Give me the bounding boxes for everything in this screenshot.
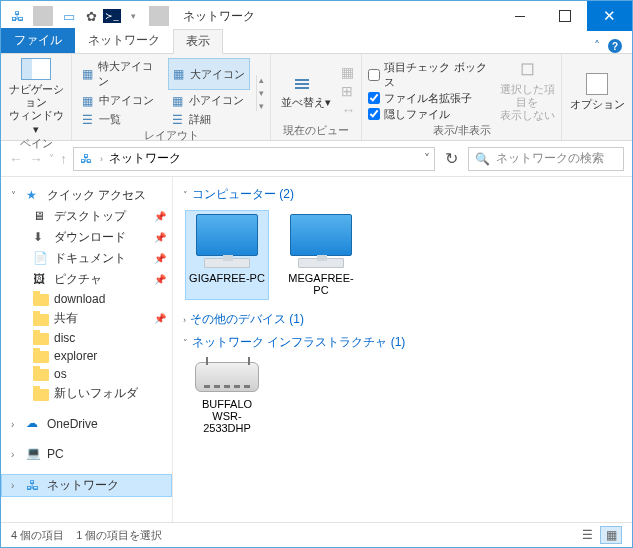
close-button[interactable]: ✕ — [587, 1, 632, 31]
router-icon — [195, 362, 259, 392]
status-selection: 1 個の項目を選択 — [76, 528, 162, 543]
status-bar: 4 個の項目 1 個の項目を選択 ☰ ▦ — [1, 522, 632, 547]
system-icon[interactable]: 🖧 — [7, 6, 27, 26]
qat-settings-icon[interactable]: ✿ — [81, 6, 101, 26]
hide-icon: ◻ — [520, 58, 535, 80]
window-title: ネットワーク — [173, 8, 497, 25]
navigation-pane-icon — [21, 58, 51, 80]
gallery-up-icon[interactable]: ▴ — [259, 75, 264, 85]
sidebar-onedrive[interactable]: ›OneDrive — [1, 414, 172, 434]
minimize-button[interactable] — [497, 1, 542, 31]
search-box[interactable]: 🔍 ネットワークの検索 — [468, 147, 624, 171]
sidebar-newfolder[interactable]: 新しいフォルダ — [1, 383, 172, 404]
sizecolumns-icon[interactable]: ↔ — [341, 102, 355, 118]
qat-dropdown-icon[interactable]: ▾ — [123, 6, 143, 26]
qat-desktop-icon[interactable]: ▭ — [59, 6, 79, 26]
ribbon-tabs: ファイル ネットワーク 表示 ˄ ? — [1, 31, 632, 54]
recent-dropdown-icon[interactable]: ˅ — [49, 151, 54, 167]
forward-button[interactable]: → — [29, 151, 43, 167]
pin-icon: 📌 — [154, 253, 166, 264]
group-computers-header[interactable]: ˅コンピューター (2) — [173, 183, 632, 206]
address-dropdown-icon[interactable]: ˅ — [424, 152, 430, 166]
options-button[interactable]: オプション — [568, 73, 626, 111]
hide-selected-button: ◻ 選択した項目を 表示しない — [499, 58, 555, 122]
sidebar-disc[interactable]: disc — [1, 329, 172, 347]
sort-icon — [295, 71, 317, 93]
view-large-button[interactable]: ▦ — [600, 526, 622, 544]
pin-icon: 📌 — [154, 313, 166, 324]
gallery-down-icon[interactable]: ▾ — [259, 88, 264, 98]
gallery-more-icon[interactable]: ▾ — [259, 101, 264, 111]
layout-details[interactable]: ☰詳細 — [168, 111, 250, 128]
check-extensions[interactable]: ファイル名拡張子 — [368, 91, 493, 106]
address-bar[interactable]: 🖧 › ネットワーク ˅ — [73, 147, 435, 171]
maximize-button[interactable] — [542, 1, 587, 31]
layout-large[interactable]: ▦大アイコン — [168, 58, 250, 90]
pin-icon: 📌 — [154, 211, 166, 222]
groupby-icon[interactable]: ▦ — [341, 64, 355, 80]
group-infra-header[interactable]: ˅ネットワーク インフラストラクチャ (1) — [173, 331, 632, 354]
tab-view[interactable]: 表示 — [173, 29, 223, 54]
sidebar-quick-access[interactable]: ˅クイック アクセス — [1, 185, 172, 206]
navigation-pane-button[interactable]: ナビゲーション ウィンドウ▾ — [7, 58, 65, 136]
pin-icon: 📌 — [154, 232, 166, 243]
sidebar-pictures[interactable]: ピクチャ📌 — [1, 269, 172, 290]
navigation-pane[interactable]: ˅クイック アクセス デスクトップ📌 ダウンロード📌 ドキュメント📌 ピクチャ📌… — [1, 177, 173, 522]
group-other-header[interactable]: ›その他のデバイス (1) — [173, 308, 632, 331]
sidebar-download-folder[interactable]: download — [1, 290, 172, 308]
router-item[interactable]: BUFFALO WSR-2533DHP — [185, 358, 269, 438]
layout-extra-large[interactable]: ▦特大アイコン — [78, 58, 162, 90]
ribbon: ナビゲーション ウィンドウ▾ ペイン ▦特大アイコン ▦大アイコン ▦中アイコン… — [1, 54, 632, 141]
refresh-button[interactable]: ↻ — [441, 149, 462, 168]
options-icon — [586, 73, 608, 95]
address-text: ネットワーク — [109, 150, 181, 167]
sidebar-desktop[interactable]: デスクトップ📌 — [1, 206, 172, 227]
content-pane[interactable]: ˅コンピューター (2) GIGAFREE-PC MEGAFREE-PC ›その… — [173, 177, 632, 522]
group-showhide-label: 表示/非表示 — [368, 123, 555, 140]
sort-button[interactable]: 並べ替え▾ — [277, 71, 335, 109]
sidebar-downloads[interactable]: ダウンロード📌 — [1, 227, 172, 248]
search-icon: 🔍 — [475, 152, 490, 166]
sidebar-network[interactable]: ›ネットワーク — [1, 474, 172, 497]
sidebar-explorer[interactable]: explorer — [1, 347, 172, 365]
sidebar-share[interactable]: 共有📌 — [1, 308, 172, 329]
status-count: 4 個の項目 — [11, 528, 64, 543]
layout-gallery[interactable]: ▦特大アイコン ▦大アイコン ▦中アイコン ▦小アイコン ☰一覧 ☰詳細 — [78, 58, 250, 128]
layout-medium[interactable]: ▦中アイコン — [78, 92, 162, 109]
back-button[interactable]: ← — [9, 151, 23, 167]
computer-item[interactable]: GIGAFREE-PC — [185, 210, 269, 300]
search-placeholder: ネットワークの検索 — [496, 150, 604, 167]
monitor-icon — [196, 214, 258, 256]
address-bar-row: ← → ˅ ↑ 🖧 › ネットワーク ˅ ↻ 🔍 ネットワークの検索 — [1, 141, 632, 177]
addcolumns-icon[interactable]: ⊞ — [341, 83, 355, 99]
qat-powershell-icon[interactable]: ≻_ — [103, 9, 121, 23]
address-location-icon: 🖧 — [78, 151, 94, 167]
tab-file[interactable]: ファイル — [1, 28, 75, 53]
tab-network[interactable]: ネットワーク — [75, 28, 173, 53]
check-item-checkboxes[interactable]: 項目チェック ボックス — [368, 60, 493, 90]
view-details-button[interactable]: ☰ — [576, 526, 598, 544]
collapse-ribbon-icon[interactable]: ˄ — [594, 39, 600, 53]
titlebar: 🖧 ▭ ✿ ≻_ ▾ ネットワーク ✕ — [1, 1, 632, 31]
explorer-window: 🖧 ▭ ✿ ≻_ ▾ ネットワーク ✕ ファイル ネットワーク 表示 ˄ ? — [0, 0, 633, 548]
layout-list[interactable]: ☰一覧 — [78, 111, 162, 128]
group-currentview-label: 現在のビュー — [277, 123, 355, 140]
pin-icon: 📌 — [154, 274, 166, 285]
sidebar-documents[interactable]: ドキュメント📌 — [1, 248, 172, 269]
help-icon[interactable]: ? — [608, 39, 622, 53]
check-hidden[interactable]: 隠しファイル — [368, 107, 493, 122]
sidebar-pc[interactable]: ›PC — [1, 444, 172, 464]
monitor-icon — [290, 214, 352, 256]
layout-small[interactable]: ▦小アイコン — [168, 92, 250, 109]
computer-item[interactable]: MEGAFREE-PC — [279, 210, 363, 300]
sidebar-os[interactable]: os — [1, 365, 172, 383]
up-button[interactable]: ↑ — [60, 151, 67, 167]
